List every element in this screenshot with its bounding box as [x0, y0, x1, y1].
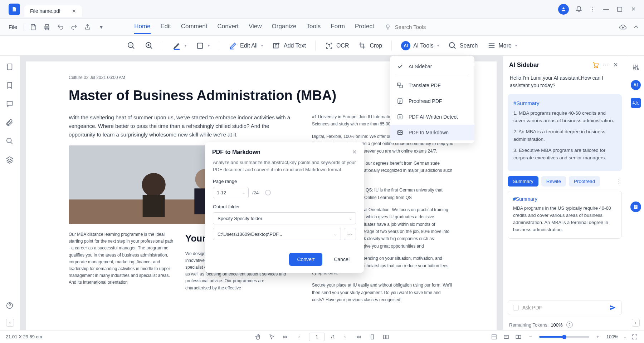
undo-icon[interactable] — [56, 23, 65, 31]
next-page-icon[interactable]: › — [341, 333, 348, 340]
send-icon[interactable] — [609, 304, 616, 311]
translate-badge-icon[interactable]: A文 — [631, 98, 641, 108]
ai-more-icon[interactable]: ⋯ — [602, 61, 610, 69]
attachments-icon[interactable] — [6, 119, 14, 127]
shape-button[interactable]: ▾ — [196, 41, 210, 50]
add-text-button[interactable]: Add Text — [272, 41, 306, 50]
chip-summary[interactable]: Summary — [508, 176, 538, 187]
fit-page-icon[interactable] — [515, 333, 522, 340]
collapse-left-rail-icon[interactable]: ‹ — [6, 319, 14, 327]
zoom-out-button[interactable] — [127, 41, 136, 50]
zoom-out-status-icon[interactable]: − — [527, 333, 534, 340]
close-tab-icon[interactable]: ✕ — [72, 8, 76, 14]
zoom-in-button[interactable] — [145, 41, 153, 50]
more-vertical-icon[interactable]: ⋮ — [589, 6, 596, 13]
read-mode-icon[interactable] — [491, 333, 498, 340]
tab-home[interactable]: Home — [134, 20, 150, 34]
first-page-icon[interactable]: ⏮ — [282, 333, 289, 340]
user-avatar-icon[interactable] — [558, 4, 569, 15]
output-path-select[interactable]: C:\Users\13609\Desktop\PDF... ⌵ — [213, 228, 341, 240]
select-tool-icon[interactable] — [268, 333, 275, 340]
tab-protect[interactable]: Protect — [355, 20, 374, 34]
notifications-icon[interactable] — [575, 6, 582, 13]
hand-tool-icon[interactable] — [255, 333, 262, 340]
cancel-button[interactable]: Cancel — [327, 253, 356, 266]
ai-tools-button[interactable]: AIAI Tools▾ — [401, 41, 439, 50]
cloud-upload-icon[interactable] — [619, 23, 627, 31]
document-badge-icon[interactable] — [630, 202, 641, 212]
tokens-help-icon[interactable]: ? — [566, 322, 573, 328]
tab-view[interactable]: View — [249, 20, 262, 34]
settings-sliders-icon[interactable] — [631, 62, 641, 72]
ai-tools-dropdown: AI Sidebar Translate PDF Proofread PDF P… — [390, 56, 474, 143]
redo-icon[interactable] — [70, 23, 78, 31]
output-folder-select[interactable]: Specify Specify folder ⌵ — [213, 212, 356, 224]
dropdown-caret-icon[interactable]: ▾ — [97, 23, 106, 31]
page-dimensions: 21.01 X 29.69 cm — [6, 334, 42, 339]
browse-folder-button[interactable]: ⋯ — [344, 228, 356, 240]
ask-pdf-input[interactable] — [522, 305, 606, 310]
page-number-input[interactable] — [309, 333, 325, 341]
ai-badge-icon[interactable]: AI — [631, 80, 641, 90]
tab-tools[interactable]: Tools — [307, 20, 321, 34]
chip-more-icon[interactable]: ⋮ — [616, 178, 622, 185]
svg-rect-42 — [519, 335, 521, 338]
crop-button[interactable]: Crop — [358, 41, 382, 50]
tab-convert[interactable]: Convert — [218, 20, 239, 34]
document-tab[interactable]: File name.pdf ✕ — [24, 5, 82, 17]
last-page-icon[interactable]: ⏭ — [355, 333, 362, 340]
ai-checkbox[interactable] — [513, 305, 519, 310]
zoom-in-status-icon[interactable]: + — [594, 333, 601, 340]
zoom-slider[interactable] — [539, 336, 589, 338]
save-icon[interactable] — [29, 23, 38, 31]
dialog-close-icon[interactable]: ✕ — [352, 149, 357, 155]
svg-rect-19 — [143, 195, 165, 217]
close-window-icon[interactable]: ✕ — [630, 6, 637, 13]
search-tools-input[interactable] — [395, 24, 445, 30]
help-icon[interactable] — [6, 302, 14, 310]
cart-icon[interactable] — [592, 61, 599, 69]
minimize-icon[interactable]: — — [602, 6, 610, 13]
search-panel-icon[interactable] — [6, 137, 14, 146]
search-button[interactable]: Search — [448, 41, 478, 50]
ai-icon: AI — [401, 41, 410, 50]
page-range-radio[interactable] — [265, 190, 271, 195]
fit-width-icon[interactable] — [503, 333, 510, 340]
thumbnails-icon[interactable] — [6, 63, 14, 71]
collapse-ribbon-icon[interactable] — [633, 23, 640, 31]
dd-ai-sidebar[interactable]: AI Sidebar — [390, 59, 474, 74]
chip-rewrite[interactable]: Rewite — [541, 176, 566, 187]
tab-edit[interactable]: Edit — [161, 20, 171, 34]
fullscreen-icon[interactable] — [631, 333, 638, 340]
comments-icon[interactable] — [6, 100, 14, 109]
ocr-button[interactable]: OCR — [325, 41, 349, 50]
dd-translate-pdf[interactable]: Translate PDF — [390, 78, 474, 93]
tab-comment[interactable]: Comment — [181, 20, 208, 34]
chip-proofread[interactable]: Proofread — [569, 176, 600, 187]
more-button[interactable]: More▾ — [487, 41, 517, 50]
bookmarks-icon[interactable] — [6, 81, 14, 90]
convert-button[interactable]: Convert — [289, 253, 322, 266]
file-menu[interactable]: File — [4, 24, 21, 30]
share-icon[interactable] — [83, 23, 92, 31]
prev-page-icon[interactable]: ‹ — [296, 333, 303, 340]
dd-proofread-pdf[interactable]: Proofread PDF — [390, 93, 474, 109]
print-icon[interactable] — [43, 23, 51, 31]
app-logo-icon[interactable] — [9, 4, 20, 15]
single-page-icon[interactable] — [369, 333, 376, 340]
tab-organize[interactable]: Organize — [272, 20, 297, 34]
chevron-down-icon: ⌵ — [334, 232, 336, 236]
layers-icon[interactable] — [6, 156, 14, 164]
highlight-button[interactable]: ▾ — [172, 41, 186, 50]
collapse-right-rail-icon[interactable]: › — [632, 319, 640, 327]
dialog-description: Analyze and summarize the abstract,key p… — [213, 159, 356, 173]
zoom-dropdown-icon[interactable]: ⌵ — [624, 335, 626, 339]
maximize-icon[interactable] — [616, 6, 623, 13]
dd-pdf-to-markdown[interactable]: PDF to Markdown — [390, 125, 474, 140]
edit-all-button[interactable]: Edit All▾ — [229, 41, 263, 50]
ai-close-icon[interactable]: ✕ — [613, 61, 620, 69]
tab-form[interactable]: Form — [331, 20, 345, 34]
dd-ai-written-detect[interactable]: PDF AI-Written Detect — [390, 109, 474, 125]
page-range-select[interactable]: 1-12 ⌵ — [213, 187, 249, 198]
two-page-icon[interactable] — [382, 333, 389, 340]
